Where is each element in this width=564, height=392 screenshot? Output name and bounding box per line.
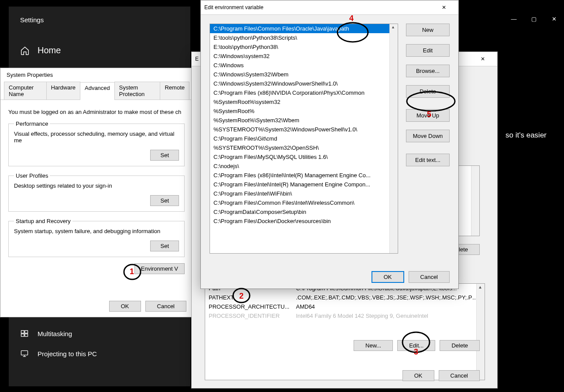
window-control-buttons: — ▢ ✕ (504, 12, 564, 25)
user-profiles-settings-button[interactable]: Set (150, 195, 179, 206)
sidebar-item-label: Multitasking (38, 330, 72, 337)
home-icon (20, 46, 30, 55)
path-item[interactable]: C:\Program Files\Intel\WiFi\bin\ (210, 189, 392, 198)
background-text: so it's easier (506, 131, 547, 140)
sysprop-admin-desc: You must be logged on as an Administrato… (8, 109, 185, 115)
system-vars-list[interactable]: PathC:\Program Files\Common Files\Oracle… (205, 283, 485, 380)
tab-system-protection[interactable]: System Protection (114, 82, 161, 100)
sidebar-item-projecting[interactable]: Projecting to this PC (9, 344, 190, 364)
var-name[interactable]: PROCESSOR_ARCHITECTU... (209, 303, 296, 310)
path-item[interactable]: %SystemRoot%\system32 (210, 97, 392, 107)
svg-rect-2 (21, 330, 24, 333)
system-properties-title: System Properties (0, 68, 193, 82)
tab-remote[interactable]: Remote (160, 82, 189, 100)
settings-home-link[interactable]: Home (9, 33, 190, 68)
tab-hardware[interactable]: Hardware (46, 82, 80, 100)
path-item[interactable]: C:\Windows\System32\Wbem (210, 70, 392, 79)
scrollbar[interactable] (389, 24, 398, 253)
annotation-number-4: 4 (349, 14, 354, 23)
startup-recovery-desc: System startup, system failure, and debu… (14, 228, 179, 234)
var-value: AMD64 (296, 303, 481, 310)
envvars-footer: OK Cancel (402, 370, 480, 381)
new-button[interactable]: New (406, 24, 450, 36)
envvars-ok-button[interactable]: OK (402, 370, 434, 381)
edit-button[interactable]: Edit (406, 44, 450, 57)
path-item[interactable]: C:\Program Files\MySQL\MySQL Utilities 1… (210, 152, 392, 162)
path-item[interactable]: %SystemRoot% (210, 107, 392, 116)
system-var-row: PROCESSOR_IDENTIFIERIntel64 Family 6 Mod… (205, 311, 485, 320)
startup-recovery-group: Startup and Recovery System startup, sys… (8, 218, 185, 257)
sys-delete-button[interactable]: Delete (440, 340, 480, 351)
sidebar-item-multitasking[interactable]: Multitasking (9, 323, 190, 344)
user-profiles-group: User Profiles Desktop settings related t… (8, 172, 185, 212)
path-item[interactable]: C:\Program Files\Intel\Intel(R) Manageme… (210, 180, 392, 189)
multitasking-icon (20, 329, 29, 338)
browse-button[interactable]: Browse... (406, 65, 450, 77)
path-item[interactable]: %SYSTEMROOT%\System32\WindowsPowerShell\… (210, 125, 392, 134)
sys-new-button[interactable]: New... (354, 340, 393, 351)
sysprop-cancel-button[interactable]: Cancel (145, 301, 186, 312)
path-item[interactable]: C:\Windows\system32 (210, 52, 392, 61)
annotation-number-2: 2 (239, 292, 244, 301)
svg-rect-6 (21, 351, 28, 355)
path-list[interactable]: C:\Program Files\Common Files\Oracle\Jav… (210, 24, 398, 254)
environment-variables-button[interactable]: Environment V (134, 263, 185, 274)
scrollbar[interactable] (471, 166, 479, 236)
envvars-close-button[interactable]: ✕ (477, 52, 497, 66)
projecting-icon (20, 349, 29, 358)
editvar-side-buttons: New Edit Browse... Delete Move Up Move D… (406, 24, 450, 174)
sysprop-ok-button[interactable]: OK (109, 301, 141, 312)
user-profiles-legend: User Profiles (14, 172, 50, 179)
close-icon: ✕ (477, 56, 497, 62)
system-var-row: PROCESSOR_ARCHITECTU...AMD64 (205, 302, 485, 311)
var-value: .COM;.EXE;.BAT;.CMD;.VBS;.VBE;.JS;.JSE;.… (296, 294, 481, 301)
var-name[interactable]: PATHEXT (209, 294, 296, 301)
performance-group: Performance Visual effects, processor sc… (8, 120, 185, 166)
performance-settings-button[interactable]: Set (150, 150, 179, 161)
path-item[interactable]: %SystemRoot%\System32\Wbem (210, 116, 392, 125)
path-item[interactable]: C:\Program Files (x86)\Intel\Intel(R) Ma… (210, 171, 392, 180)
annotation-number-1: 1 (130, 267, 134, 276)
startup-recovery-settings-button[interactable]: Set (150, 241, 179, 251)
svg-rect-4 (21, 334, 24, 337)
annotation-number-5: 5 (427, 110, 431, 119)
path-item[interactable]: E:\tools\python\Python38\ (210, 42, 392, 52)
tab-advanced[interactable]: Advanced (80, 82, 115, 100)
system-properties-window: System Properties Computer Name Hardware… (0, 68, 193, 317)
path-item[interactable]: E:\tools\python\Python38\Scripts\ (210, 33, 392, 42)
settings-title: Settings (9, 7, 190, 33)
path-item[interactable]: C:\Program Files (x86)\NVIDIA Corporatio… (210, 88, 392, 97)
path-item[interactable]: C:\Program Files\Common Files\Oracle\Jav… (210, 24, 392, 33)
envvars-cancel-button[interactable]: Cancel (439, 370, 480, 381)
move-down-button[interactable]: Move Down (406, 130, 450, 142)
edit-env-var-window: Edit environment variable ✕ C:\Program F… (200, 0, 459, 289)
startup-recovery-legend: Startup and Recovery (14, 218, 72, 224)
path-item[interactable]: C:\ProgramData\ComposerSetup\bin (210, 207, 392, 217)
svg-rect-5 (25, 334, 28, 337)
editvar-cancel-button[interactable]: Cancel (409, 271, 450, 283)
system-var-row: PATHEXT.COM;.EXE;.BAT;.CMD;.VBS;.VBE;.JS… (205, 293, 485, 302)
delete-button[interactable]: Delete (406, 85, 450, 98)
performance-legend: Performance (14, 120, 50, 127)
performance-desc: Visual effects, processor scheduling, me… (14, 131, 179, 144)
close-icon[interactable]: ✕ (544, 12, 564, 25)
editvar-close-button[interactable]: ✕ (438, 0, 458, 14)
scrollbar[interactable] (476, 284, 485, 380)
path-item[interactable]: C:\Windows (210, 61, 392, 70)
path-item[interactable]: C:\nodejs\ (210, 162, 392, 171)
path-item[interactable]: C:\Program Files\Common Files\Intel\Wire… (210, 198, 392, 207)
annotation-number-3: 3 (414, 347, 418, 357)
minimize-icon[interactable]: — (504, 12, 524, 25)
tab-computer-name[interactable]: Computer Name (4, 82, 47, 100)
path-item[interactable]: C:\Program Files\Docker\Docker\resources… (210, 217, 392, 226)
user-profiles-desc: Desktop settings related to your sign-in (14, 182, 179, 189)
path-item[interactable]: C:\Program Files\Git\cmd (210, 134, 392, 143)
path-item[interactable]: C:\Windows\System32\WindowsPowerShell\v1… (210, 79, 392, 88)
editvar-ok-button[interactable]: OK (371, 271, 404, 283)
maximize-icon[interactable]: ▢ (524, 12, 544, 25)
path-item[interactable]: %SYSTEMROOT%\System32\OpenSSH\ (210, 143, 392, 152)
sidebar-item-label: Projecting to this PC (38, 350, 97, 358)
var-value: Intel64 Family 6 Model 142 Stepping 9, G… (296, 313, 481, 319)
edit-text-button[interactable]: Edit text... (406, 154, 450, 166)
var-name[interactable]: PROCESSOR_IDENTIFIER (209, 313, 296, 319)
